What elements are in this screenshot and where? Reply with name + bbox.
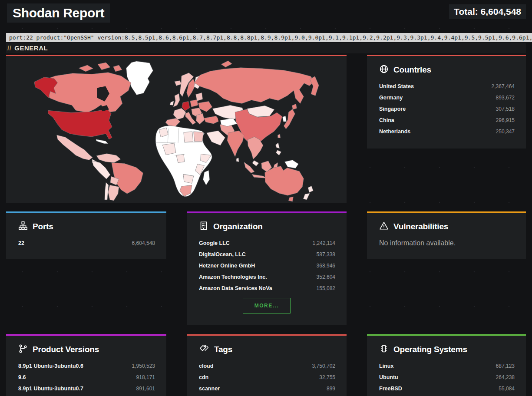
map-region-india <box>227 131 244 157</box>
map-region-germany <box>182 101 190 111</box>
product-versions-title-text: Product Versions <box>33 345 99 354</box>
ports-title: Ports <box>18 221 154 232</box>
list-item: Ubuntu264,238 <box>367 372 526 383</box>
shodan-report-page: { "header": { "title": "Shodan Report", … <box>0 0 532 396</box>
organization-title: Organization <box>199 221 334 232</box>
list-item: Singapore307,518 <box>367 103 526 115</box>
map-region-mexico <box>57 135 93 160</box>
map-region-peru <box>92 161 110 179</box>
list-item: Netherlands250,347 <box>367 126 526 137</box>
countries-title-text: Countries <box>393 65 431 75</box>
section-label-text: GENERAL <box>14 44 48 52</box>
branch-icon <box>18 344 28 356</box>
product-versions-title: Product Versions <box>18 344 154 355</box>
map-region-cuba <box>96 139 108 144</box>
section-general: //GENERAL <box>6 43 526 53</box>
countries-panel: Countries United States2,367,464 Germany… <box>367 55 526 148</box>
page-title: Shodan Report <box>7 3 110 23</box>
operating-systems-panel: Operating Systems Linux687,123 Ubuntu264… <box>367 334 526 396</box>
map-region-ireland <box>170 101 174 105</box>
map-region-new-zealand-south <box>303 193 310 200</box>
map-region-taiwan <box>278 134 281 138</box>
list-item: cloud3,750,702 <box>187 360 347 372</box>
list-item: 8.9p1 Ubuntu-3ubuntu0.7891,601 <box>6 383 166 394</box>
map-region-usa <box>48 109 112 139</box>
total-count: Total: 6,604,548 <box>449 4 526 19</box>
total-label: Total: <box>454 7 478 16</box>
map-region-poland <box>190 99 198 107</box>
globe-icon <box>379 64 389 76</box>
tags-icon <box>199 344 209 356</box>
list-item: Linux687,123 <box>367 360 526 372</box>
map-region-greenland <box>126 61 153 95</box>
map-region-iceland <box>175 81 182 86</box>
map-region-new-guinea <box>285 160 299 168</box>
ports-title-text: Ports <box>33 222 53 231</box>
tags-panel: Tags cloud3,750,702 cdn32,755 scanner899 <box>187 334 347 396</box>
map-region-new-zealand-north <box>308 186 313 192</box>
list-item: China296,915 <box>367 115 526 126</box>
list-item: Germany893,672 <box>367 92 526 103</box>
world-map <box>6 57 347 203</box>
map-region-korea <box>283 116 287 122</box>
organization-title-text: Organization <box>213 222 263 231</box>
map-region-argentina <box>108 185 119 201</box>
list-item: Hetzner Online GmbH368,946 <box>187 260 347 271</box>
map-region-hokkaido <box>292 104 297 109</box>
list-item: United States2,367,464 <box>367 81 526 92</box>
ports-list: 226,604,548 <box>6 238 166 249</box>
list-item: cdn32,755 <box>187 372 347 383</box>
map-region-sri-lanka <box>236 158 239 162</box>
map-region-canada <box>43 73 131 112</box>
list-item: scanner899 <box>187 383 347 394</box>
map-region-arctic-island-1 <box>79 65 93 72</box>
map-region-philippines-north <box>276 143 280 148</box>
product-versions-panel: Product Versions 8.9p1 Ubuntu-3ubuntu0.6… <box>6 334 166 396</box>
operating-systems-list: Linux687,123 Ubuntu264,238 FreeBSD55,084 <box>367 360 526 394</box>
operating-systems-title: Operating Systems <box>379 344 514 355</box>
map-region-uzbekistan <box>220 118 237 126</box>
tags-list: cloud3,750,702 cdn32,755 scanner899 <box>187 360 347 394</box>
total-value: 6,604,548 <box>481 7 521 16</box>
map-region-java <box>252 174 267 178</box>
sitemap-icon <box>18 221 28 233</box>
map-region-france <box>173 108 186 119</box>
section-slashes: // <box>7 44 11 52</box>
building-icon <box>199 221 208 233</box>
map-region-saudi-arabia <box>207 131 225 145</box>
vulnerabilities-panel: Vulnerabilities No information available… <box>367 211 526 259</box>
map-region-kamchatka <box>310 76 319 96</box>
list-item: 8.9p1 Ubuntu-3ubuntu0.61,950,523 <box>6 360 166 372</box>
more-button[interactable]: MORE... <box>243 298 291 314</box>
product-versions-list: 8.9p1 Ubuntu-3ubuntu0.61,950,523 9.6918,… <box>6 360 166 394</box>
list-item: Amazon Technologies Inc.352,604 <box>187 271 347 283</box>
vulnerabilities-title: Vulnerabilities <box>379 221 514 232</box>
map-region-baltics <box>196 93 203 101</box>
map-region-malaysia <box>252 161 259 166</box>
search-query: port:22 product:"OpenSSH" version:8.5,8.… <box>6 33 532 42</box>
tags-title-text: Tags <box>214 345 232 354</box>
more-wrap: MORE... <box>187 298 347 314</box>
map-region-arctic-island-2 <box>98 63 110 70</box>
vulnerabilities-title-text: Vulnerabilities <box>393 222 448 231</box>
countries-title: Countries <box>379 65 514 75</box>
map-region-libya <box>184 132 193 142</box>
list-item: DigitalOcean, LLC587,338 <box>187 249 347 260</box>
list-item: Amazon Data Services NoVa155,082 <box>187 283 347 294</box>
world-map-panel <box>6 55 347 203</box>
list-item: FreeBSD55,084 <box>367 383 526 394</box>
list-item: 226,604,548 <box>6 238 166 249</box>
chip-icon <box>379 344 389 356</box>
map-region-philippines-south <box>276 150 281 155</box>
map-region-uk <box>173 93 180 107</box>
warning-icon <box>379 221 389 233</box>
map-region-russia <box>195 68 314 104</box>
operating-systems-title-text: Operating Systems <box>393 345 467 354</box>
map-region-egypt <box>194 132 204 142</box>
list-item: 9.6918,171 <box>6 372 166 383</box>
organization-list: Google LLC1,242,114 DigitalOcean, LLC587… <box>187 238 347 294</box>
ports-panel: Ports 226,604,548 <box>6 211 166 259</box>
map-region-australia <box>265 166 304 196</box>
map-region-novaya-zemlya <box>221 61 232 67</box>
map-region-chile <box>105 182 109 200</box>
